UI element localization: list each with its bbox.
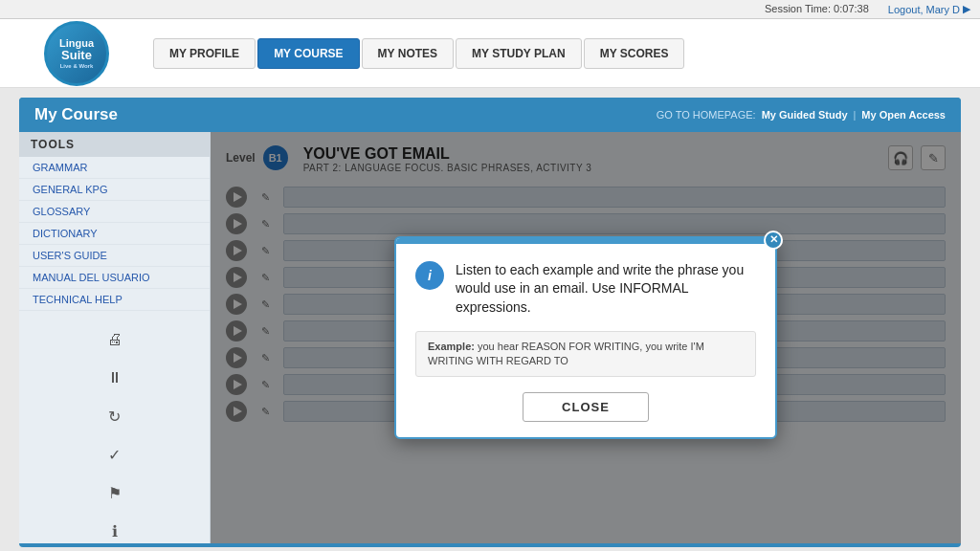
header: Lingua Suite Live & Work MY PROFILEMY CO… [0, 19, 980, 88]
logo: Lingua Suite Live & Work [44, 21, 109, 86]
sidebar: TOOLS GRAMMARGENERAL KPGGLOSSARYDICTIONA… [19, 132, 211, 543]
pause-icon[interactable]: ⏸ [101, 364, 128, 391]
course-title: My Course [34, 105, 118, 124]
nav-tab-my-notes[interactable]: MY NOTES [362, 38, 454, 69]
nav-tab-my-course[interactable]: MY COURSE [257, 38, 359, 69]
sidebar-tools-header: TOOLS [19, 132, 210, 157]
exercise-area: Level B1 YOU'VE GOT EMAIL PART 2: LANGUA… [211, 132, 961, 543]
modal-box: ✕ i Listen to each example and write the… [394, 236, 777, 440]
modal-example: Example: you hear REASON FOR WRITING, yo… [415, 331, 756, 378]
sidebar-menu: GRAMMARGENERAL KPGGLOSSARYDICTIONARYUSER… [19, 157, 210, 311]
main-wrapper: My Course GO TO HOMEPAGE: My Guided Stud… [19, 98, 961, 547]
sidebar-icons: 🖨⏸↻✓⚑ℹ [19, 311, 210, 547]
modal-instruction-text: Listen to each example and write the phr… [456, 261, 756, 318]
nav-tab-my-profile[interactable]: MY PROFILE [153, 38, 256, 69]
info-circle-icon: i [415, 261, 444, 290]
sidebar-item-users-guide[interactable]: USER'S GUIDE [19, 245, 210, 267]
top-bar: Session Time: 0:07:38 Logout, Mary D ▶ [0, 0, 980, 19]
course-header: My Course GO TO HOMEPAGE: My Guided Stud… [19, 98, 961, 132]
example-label: Example: [428, 341, 475, 352]
modal-footer: CLOSE [415, 392, 756, 422]
sidebar-item-manual-del-usuario[interactable]: MANUAL DEL USUARIO [19, 267, 210, 289]
modal-body: i Listen to each example and write the p… [396, 244, 775, 438]
sidebar-item-technical-help[interactable]: TECHNICAL HELP [19, 289, 210, 311]
sidebar-item-dictionary[interactable]: DICTIONARY [19, 223, 210, 245]
nav-tabs: MY PROFILEMY COURSEMY NOTESMY STUDY PLAN… [153, 38, 684, 69]
session-info: Session Time: 0:07:38 Logout, Mary D ▶ [765, 3, 970, 15]
logout-button[interactable]: Logout, Mary D ▶ [888, 3, 970, 15]
content-body: TOOLS GRAMMARGENERAL KPGGLOSSARYDICTIONA… [19, 132, 961, 543]
modal-close-x-button[interactable]: ✕ [764, 231, 783, 250]
close-button[interactable]: CLOSE [523, 392, 649, 422]
my-open-access-link[interactable]: My Open Access [861, 109, 946, 121]
sidebar-item-general-kpg[interactable]: GENERAL KPG [19, 179, 210, 201]
sidebar-item-grammar[interactable]: GRAMMAR [19, 157, 210, 179]
my-guided-study-link[interactable]: My Guided Study [762, 109, 848, 121]
refresh-icon[interactable]: ↻ [101, 403, 128, 430]
sidebar-item-glossary[interactable]: GLOSSARY [19, 201, 210, 223]
flag-icon[interactable]: ⚑ [101, 479, 128, 506]
session-time: Session Time: 0:07:38 [765, 3, 869, 15]
print-icon[interactable]: 🖨 [101, 326, 128, 353]
logout-arrow-icon: ▶ [963, 3, 970, 15]
course-nav-links: GO TO HOMEPAGE: My Guided Study | My Ope… [657, 109, 946, 121]
info-icon[interactable]: ℹ [101, 518, 128, 544]
nav-tab-my-scores[interactable]: MY SCORES [584, 38, 685, 69]
check-icon[interactable]: ✓ [101, 441, 128, 468]
nav-tab-my-study-plan[interactable]: MY STUDY PLAN [456, 38, 582, 69]
modal-instruction: i Listen to each example and write the p… [415, 261, 756, 318]
logo-area: Lingua Suite Live & Work [19, 25, 134, 82]
modal-header-bar: ✕ [396, 238, 775, 244]
modal-overlay: ✕ i Listen to each example and write the… [211, 132, 961, 543]
